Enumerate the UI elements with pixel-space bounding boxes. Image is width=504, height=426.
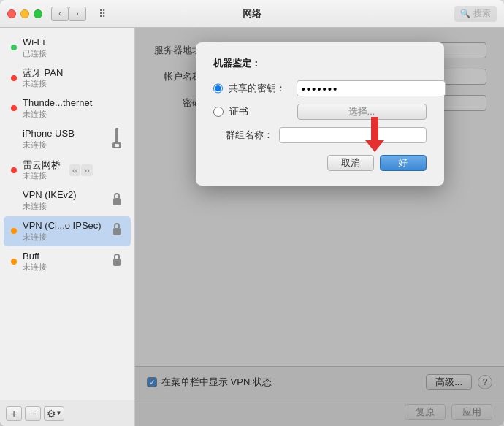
modal-buttons: 取消 好 (213, 155, 427, 171)
vpn-ipsec-name: VPN (Ci...o IPSec) (23, 220, 102, 232)
buff-status: 未连接 (23, 262, 47, 273)
status-dot-wifi (11, 45, 17, 50)
sidebar-item-bluetooth-text: 蓝牙 PAN 未连接 (23, 67, 63, 90)
left-arrow-icon: ‹‹ (69, 164, 80, 176)
lock-icon-ikev2 (110, 191, 123, 210)
sidebar-item-vpn-ikev2-text: VPN (IKEv2) 未连接 (23, 189, 77, 212)
auth-modal: 机器鉴定： 共享的密钥： 证书 选择... (196, 42, 444, 186)
group-name-row: 群组名称： (213, 127, 427, 143)
sidebar-item-iphone-usb[interactable]: iPhone USB 未连接 (4, 124, 131, 155)
svg-rect-4 (113, 198, 121, 205)
sidebar-item-buff[interactable]: Buff 未连接 (4, 247, 131, 277)
window-title: 网络 (243, 7, 261, 20)
thunder-name: Thunde...thernet (23, 97, 92, 109)
settings-gear-button[interactable]: ⚙▼ (44, 406, 64, 421)
cancel-button[interactable]: 取消 (327, 155, 374, 171)
lock-icon-buff (110, 252, 123, 271)
sidebar-item-bluetooth[interactable]: 蓝牙 PAN 未连接 (4, 64, 131, 94)
svg-rect-0 (115, 128, 118, 134)
main-panel-wrapper: 服务器地址： 帐户名称： 密码： 鉴定设置... 连接 (135, 28, 504, 426)
cert-label: 证书 (229, 105, 291, 118)
status-dot-bluetooth (11, 75, 17, 81)
vpn-ipsec-status: 未连接 (23, 232, 102, 243)
sidebar-item-wifi[interactable]: Wi-Fi 已连接 (4, 33, 131, 63)
maximize-button[interactable] (34, 9, 42, 18)
sidebar-item-vpn-ikev2[interactable]: VPN (IKEv2) 未连接 (4, 186, 131, 216)
iphone-name: iPhone USB (23, 128, 75, 140)
svg-rect-3 (115, 144, 119, 147)
group-name-input[interactable] (279, 127, 427, 143)
arrow-body (371, 117, 378, 140)
leiyun-name: 雷云网桥 (23, 159, 61, 171)
spacer2 (11, 198, 17, 204)
ok-button[interactable]: 好 (380, 155, 427, 171)
leiyun-status: 未连接 (23, 170, 61, 181)
modal-title: 机器鉴定： (213, 57, 427, 70)
sidebar-item-leiyun[interactable]: 雷云网桥 未连接 ‹‹ ›› (4, 156, 131, 186)
forward-button[interactable]: › (69, 7, 86, 21)
sidebar-item-thunder-text: Thunde...thernet 未连接 (23, 97, 92, 120)
traffic-lights (7, 9, 42, 18)
cert-row: 证书 选择... (213, 104, 427, 120)
grid-icon[interactable]: ⠿ (92, 7, 112, 21)
wifi-status: 已连接 (23, 48, 47, 59)
bluetooth-status: 未连接 (23, 78, 63, 89)
shared-key-row: 共享的密钥： (213, 80, 427, 96)
sidebar-item-wifi-text: Wi-Fi 已连接 (23, 37, 47, 59)
right-arrow-icon: ›› (81, 164, 92, 176)
main-window: ‹ › ⠿ 网络 🔍 搜索 Wi-Fi 已连接 (0, 0, 504, 426)
group-label: 群组名称： (213, 129, 279, 142)
gear-icon: ⚙ (47, 408, 56, 419)
status-dot-buff (11, 259, 17, 265)
sidebar-item-buff-text: Buff 未连接 (23, 251, 47, 273)
sidebar-item-vpn-ipsec-text: VPN (Ci...o IPSec) 未连接 (23, 220, 102, 243)
red-arrow (365, 117, 384, 152)
sidebar-item-thunder[interactable]: Thunde...thernet 未连接 (4, 94, 131, 123)
titlebar: ‹ › ⠿ 网络 🔍 搜索 (0, 0, 504, 28)
vpn-ikev2-name: VPN (IKEv2) (23, 189, 77, 201)
gear-dropdown-icon: ▼ (56, 410, 62, 417)
svg-rect-5 (113, 228, 121, 235)
sidebar-list: Wi-Fi 已连接 蓝牙 PAN 未连接 Thunde... (0, 28, 134, 400)
cert-radio[interactable] (213, 107, 224, 117)
close-button[interactable] (7, 9, 16, 18)
lock-icon-ipsec (110, 221, 123, 240)
sidebar: Wi-Fi 已连接 蓝牙 PAN 未连接 Thunde... (0, 28, 135, 426)
search-box[interactable]: 🔍 搜索 (454, 6, 497, 22)
back-button[interactable]: ‹ (51, 7, 69, 21)
sidebar-item-leiyun-text: 雷云网桥 未连接 (23, 159, 61, 182)
svg-rect-6 (113, 259, 121, 266)
minimize-button[interactable] (20, 9, 29, 18)
svg-rect-1 (115, 134, 118, 144)
modal-overlay: 机器鉴定： 共享的密钥： 证书 选择... (135, 28, 504, 426)
vpn-ikev2-status: 未连接 (23, 201, 77, 212)
shared-key-input[interactable] (297, 80, 446, 96)
sidebar-bottom-bar: + − ⚙▼ (0, 400, 134, 426)
nav-arrows: ‹‹ ›› (69, 164, 93, 176)
sidebar-item-iphone-text: iPhone USB 未连接 (23, 128, 75, 151)
arrow-head (365, 140, 384, 152)
thunder-status: 未连接 (23, 109, 92, 120)
search-icon: 🔍 (460, 9, 470, 18)
content-area: Wi-Fi 已连接 蓝牙 PAN 未连接 Thunde... (0, 28, 504, 426)
wifi-name: Wi-Fi (23, 37, 47, 48)
add-network-button[interactable]: + (6, 406, 22, 421)
shared-key-label: 共享的密钥： (229, 82, 291, 95)
spacer (11, 137, 17, 142)
buff-name: Buff (23, 251, 47, 262)
shared-key-radio[interactable] (213, 83, 223, 94)
cert-select-button[interactable]: 选择... (297, 104, 427, 120)
iphone-status: 未连接 (23, 140, 75, 151)
status-dot-leiyun (11, 167, 17, 173)
usb-icon (110, 128, 123, 151)
status-dot-vpn-ipsec (11, 228, 17, 234)
sidebar-item-vpn-ipsec[interactable]: VPN (Ci...o IPSec) 未连接 (4, 216, 131, 246)
search-placeholder: 搜索 (473, 7, 491, 20)
status-dot-thunder (11, 105, 17, 111)
bluetooth-name: 蓝牙 PAN (23, 67, 63, 79)
remove-network-button[interactable]: − (25, 406, 41, 421)
